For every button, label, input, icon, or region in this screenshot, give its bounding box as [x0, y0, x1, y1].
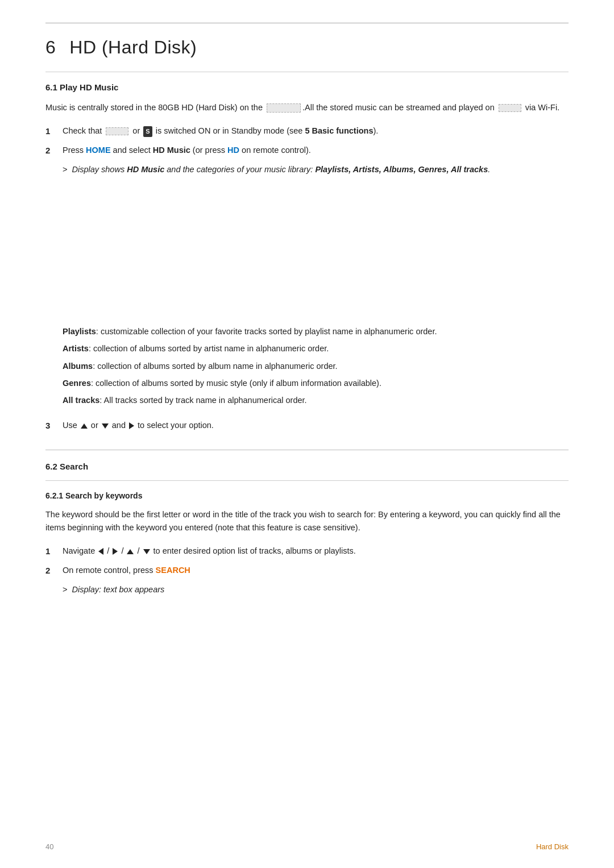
hd-music-display: HD Music: [127, 165, 164, 174]
section-6-2-1-heading: 6.2.1 Search by keywords: [45, 491, 569, 500]
category-descriptions: Playlists: customizable collection of yo…: [63, 324, 569, 407]
page-number: 40: [45, 842, 53, 851]
section-divider-6-2: [45, 450, 569, 450]
section-6-1-intro: Music is centrally stored in the 80GB HD…: [45, 101, 569, 114]
chapter-number: 6: [45, 37, 56, 57]
albums-desc: Albums: collection of albums sorted by a…: [63, 359, 569, 373]
search-arrow-symbol: >: [63, 583, 67, 596]
device-screenshot-area: [45, 188, 569, 313]
step-1-content: Check that or S is switched ON or in Sta…: [63, 124, 569, 138]
up-arrow-icon: [81, 423, 88, 429]
arrow-display-text: Display shows HD Music and the categorie…: [72, 163, 490, 176]
step-2-number: 2: [45, 144, 63, 157]
down-arrow-icon: [102, 423, 109, 429]
device-image-1: [267, 103, 301, 113]
search-step-1-number: 1: [45, 545, 63, 558]
step-3-number: 3: [45, 419, 63, 433]
arrow-display-item: > Display shows HD Music and the categor…: [63, 163, 569, 176]
step-3-list: 3 Use or and to select your option.: [45, 419, 569, 433]
step-2: 2 Press HOME and select HD Music (or pre…: [45, 144, 569, 157]
step-1: 1 Check that or S is switched ON or in S…: [45, 124, 569, 138]
search-step-2-number: 2: [45, 564, 63, 578]
search-arrow-text: Display: text box appears: [72, 583, 164, 596]
steps-list-6-2-1: 1 Navigate / / / to enter desired option…: [45, 545, 569, 578]
step-1-number: 1: [45, 124, 63, 138]
chapter-title: 6HD (Hard Disk): [45, 37, 569, 58]
nav-right-icon: [113, 548, 118, 555]
section-rule-6-1: [45, 72, 569, 72]
artists-desc: Artists: collection of albums sorted by …: [63, 341, 569, 356]
step-3: 3 Use or and to select your option.: [45, 419, 569, 433]
search-step-2-content: On remote control, press SEARCH: [63, 564, 569, 577]
step-2-content: Press HOME and select HD Music (or press…: [63, 144, 569, 157]
section-6-2-heading: 6.2 Search: [45, 462, 569, 471]
device-image-2: [499, 104, 521, 112]
top-divider: [45, 23, 569, 23]
nav-up-icon: [127, 549, 134, 554]
search-step-1-content: Navigate / / / to enter desired option l…: [63, 545, 569, 558]
hd-music-label: HD Music: [153, 146, 190, 155]
hd-keyword: HD: [227, 146, 239, 155]
genres-desc: Genres: collection of albums sorted by m…: [63, 376, 569, 391]
section-rule-6-2-1: [45, 480, 569, 481]
nav-down-icon: [143, 549, 150, 554]
step-3-content: Use or and to select your option.: [63, 419, 569, 432]
search-step-2: 2 On remote control, press SEARCH: [45, 564, 569, 578]
playlists-label: Playlists, Artists, Albums, Genres, All …: [315, 165, 488, 174]
standby-icon: S: [143, 126, 152, 138]
section-label: Hard Disk: [536, 842, 569, 851]
section-6-1-heading: 6.1 Play HD Music: [45, 82, 569, 92]
section-6-2-1-intro: The keyword should be the first letter o…: [45, 508, 569, 534]
all-tracks-desc: All tracks: All tracks sorted by track n…: [63, 393, 569, 408]
steps-list-6-1: 1 Check that or S is switched ON or in S…: [45, 124, 569, 157]
search-keyword: SEARCH: [156, 566, 190, 575]
nav-left-icon: [98, 548, 103, 555]
right-arrow-icon: [129, 422, 134, 429]
home-keyword: HOME: [86, 146, 111, 155]
ref-basic-functions: 5 Basic functions: [305, 126, 373, 135]
search-arrow-item: > Display: text box appears: [63, 583, 569, 596]
device-ref-1: [106, 127, 128, 135]
arrow-symbol: >: [63, 163, 67, 176]
page-footer: 40 Hard Disk: [45, 842, 569, 851]
playlists-desc: Playlists: customizable collection of yo…: [63, 324, 569, 339]
search-step-1: 1 Navigate / / / to enter desired option…: [45, 545, 569, 558]
page-container: 6HD (Hard Disk) 6.1 Play HD Music Music …: [0, 0, 614, 868]
